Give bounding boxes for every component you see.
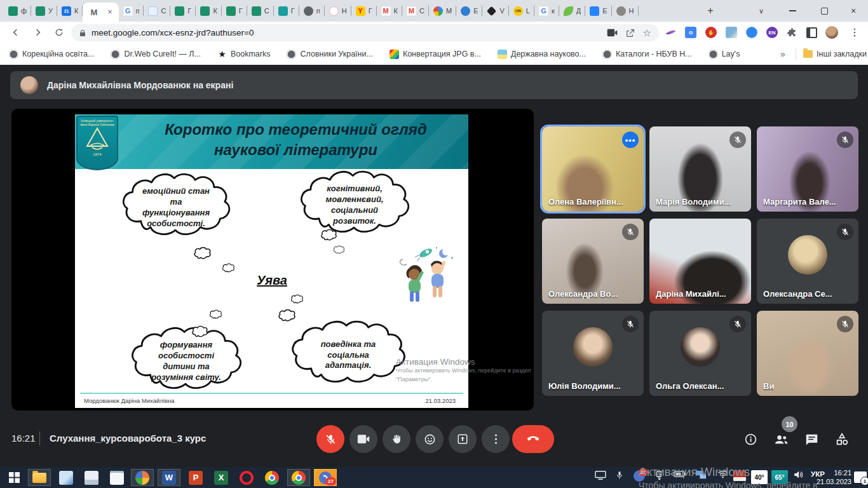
browser-tab[interactable]: Н × [325, 0, 351, 22]
bookmark-item[interactable]: Державна науково... [498, 50, 586, 59]
browser-tab[interactable]: G п × [119, 0, 144, 22]
participant-tile[interactable]: Олександра Во... [542, 219, 644, 304]
browser-tab[interactable]: С × [144, 0, 170, 22]
participant-tile[interactable]: Маргарита Вале... [757, 126, 858, 212]
mic-off-icon [622, 224, 639, 240]
window-close-button[interactable]: × [839, 0, 868, 22]
other-bookmarks-button[interactable]: Інші закладки [803, 50, 867, 58]
browser-tab[interactable]: Е × [456, 0, 482, 22]
browser-tab[interactable]: M К × [377, 0, 402, 22]
browser-tab[interactable]: ф × [4, 0, 31, 22]
forward-button[interactable] [29, 24, 46, 41]
leaf-favicon [564, 6, 573, 16]
tray-notifications-icon[interactable]: 1 [854, 471, 867, 483]
taskbar-calculator[interactable] [80, 469, 103, 486]
browser-menu-icon[interactable]: ⋮ [848, 25, 862, 39]
taskbar-excel[interactable] [210, 469, 233, 486]
present-button[interactable] [449, 425, 477, 453]
browser-tab[interactable]: Г × [170, 0, 196, 22]
new-tab-button[interactable]: + [704, 4, 717, 17]
mic-toggle-button[interactable] [316, 425, 344, 453]
browser-tab[interactable]: Г × [274, 0, 299, 22]
bookmark-item[interactable]: Lay's [709, 50, 740, 59]
browser-tab[interactable]: M С × [402, 0, 429, 22]
bookmarks-overflow-button[interactable]: » [780, 49, 785, 59]
extensions-puzzle-icon[interactable] [785, 25, 799, 39]
extension-quill-icon[interactable] [663, 25, 677, 39]
extension-profile-doc-icon[interactable] [724, 25, 738, 39]
taskbar-chrome[interactable] [261, 469, 283, 486]
presentation-stage[interactable]: Київський університет імені Бориса Грінч… [11, 109, 534, 410]
back-button[interactable] [8, 24, 24, 41]
address-bar[interactable]: meet.google.com/xcx-esnz-jrd?authuser=0 … [71, 24, 659, 41]
taskbar-chrome-profile[interactable] [287, 469, 310, 486]
extension-blue-dot-icon[interactable] [745, 25, 759, 39]
hang-up-button[interactable] [512, 425, 554, 453]
bookmark-item[interactable]: ★ Bookmarks [217, 50, 271, 59]
participant-tile[interactable]: Марія Володими... [649, 126, 751, 212]
browser-tab[interactable]: С × [247, 0, 274, 22]
browser-tab[interactable]: К × [196, 0, 221, 22]
tab-close-button[interactable]: × [107, 8, 112, 17]
camera-in-use-icon[interactable] [607, 29, 618, 37]
extension-translate-icon[interactable]: G [684, 25, 698, 39]
participant-tile[interactable]: Даріна Михайлі... [649, 219, 751, 304]
extension-adblock-icon[interactable]: ✋ [704, 25, 718, 39]
window-maximize-button[interactable] [810, 0, 839, 22]
url-text[interactable]: meet.google.com/xcx-esnz-jrd?authuser=0 [92, 28, 599, 37]
browser-tab[interactable]: Y Г × [351, 0, 377, 22]
raise-hand-button[interactable] [383, 425, 410, 453]
activities-button[interactable] [834, 431, 850, 447]
start-button[interactable] [3, 469, 25, 486]
camera-toggle-button[interactable] [349, 425, 377, 453]
bookmark-item[interactable]: Корекційна освіта... [9, 50, 94, 59]
browser-tab[interactable]: Д × [559, 0, 585, 22]
tab-search-button[interactable]: ∨ [749, 0, 774, 22]
bookmark-item[interactable]: Словники України... [287, 50, 372, 59]
browser-tab[interactable]: У × [31, 0, 57, 22]
image-favicon [498, 50, 507, 59]
participant-tile[interactable]: Ольга Олексан... [649, 311, 751, 396]
browser-tab[interactable]: UN L × [509, 0, 534, 22]
taskbar-word[interactable] [158, 469, 180, 486]
share-icon[interactable] [625, 28, 635, 38]
reload-button[interactable] [51, 24, 67, 41]
participant-tile[interactable]: Ви [757, 311, 858, 396]
meeting-details-button[interactable] [742, 431, 759, 447]
taskbar-opera[interactable] [235, 469, 258, 486]
tray-monitor-icon[interactable] [593, 470, 607, 480]
tray-mic-icon[interactable] [613, 470, 627, 480]
profile-avatar[interactable] [825, 25, 839, 39]
browser-tab[interactable]: 21 К × [57, 0, 83, 22]
taskbar-file-explorer[interactable] [28, 469, 51, 486]
meeting-clock: 16:21 [11, 433, 36, 444]
bookmark-item[interactable]: Dr.Web CureIt! — Л... [111, 50, 201, 59]
window-minimize-button[interactable] [778, 0, 807, 22]
more-options-button[interactable] [482, 425, 510, 453]
reading-mode-icon[interactable] [804, 25, 818, 39]
browser-tab[interactable]: Г × [222, 0, 247, 22]
chat-button[interactable] [803, 431, 820, 447]
browser-tab[interactable]: М × [429, 0, 456, 22]
participants-button[interactable] [773, 431, 789, 447]
taskbar-powerpoint[interactable] [184, 469, 207, 486]
participant-tile[interactable]: ••• Олена Валеріївн... [542, 126, 644, 212]
tile-options-button[interactable]: ••• [622, 132, 639, 148]
taskbar-messenger[interactable]: 27 [314, 469, 337, 486]
participant-tile[interactable]: Олександра Се... [757, 219, 858, 304]
browser-tab[interactable]: п × [299, 0, 325, 22]
taskbar-paint[interactable] [131, 469, 154, 486]
reactions-button[interactable] [416, 425, 444, 453]
bookmark-item[interactable]: Конвертация JPG в... [390, 50, 481, 59]
calendar-favicon: 21 [62, 6, 71, 16]
browser-tab[interactable]: Н × [612, 0, 639, 22]
extension-en-icon[interactable]: EN [765, 25, 779, 39]
browser-tab[interactable]: V × [482, 0, 508, 22]
taskbar-notepad[interactable] [105, 469, 128, 486]
browser-tab[interactable]: G к × [534, 0, 559, 22]
bookmark-item[interactable]: Каталоги - НБУВ Н... [602, 50, 692, 59]
taskbar-report-app[interactable] [55, 469, 78, 486]
browser-tab[interactable]: Е × [585, 0, 611, 22]
browser-tab[interactable]: М × [83, 3, 118, 22]
bookmark-star-icon[interactable]: ☆ [643, 27, 651, 39]
